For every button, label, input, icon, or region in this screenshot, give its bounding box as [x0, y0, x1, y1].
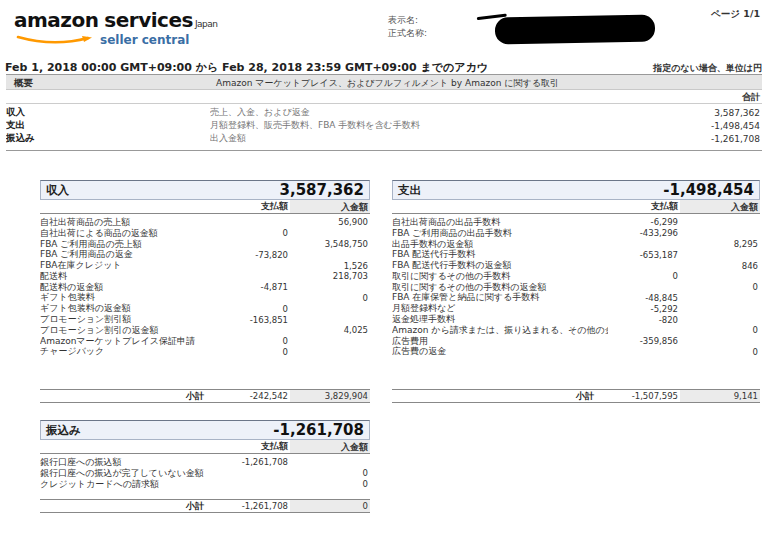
cell-label: クレジットカードへの請求額: [40, 478, 218, 491]
cell-total: -1,261,708: [652, 134, 762, 144]
income-panel: 収入 3,587,362 支払額 入金額 自社出荷商品の売上額56,900自社出…: [40, 180, 370, 410]
income-column-headers: 支払額 入金額: [40, 200, 370, 214]
transfers-subtotal-paid: -1,261,708: [218, 501, 290, 511]
cell-paid: -359,856: [608, 336, 680, 346]
cell-received: 4,025: [290, 325, 370, 335]
logo-region-label: Japan: [195, 19, 218, 29]
transfers-total: -1,261,708: [273, 421, 364, 439]
cell-paid: -820: [608, 315, 680, 325]
cell-label: 収入: [6, 106, 210, 119]
summary-table: 収入売上、入金、および返金3,587,362支出月額登録料、販売手数料、FBA …: [6, 106, 762, 145]
cell-label: 広告費の返金: [392, 345, 608, 358]
cell-received: 3,548,750: [290, 239, 370, 249]
cell-paid: 0: [218, 228, 290, 238]
summary-subtitle: Amazon マーケットプレイス、およびフルフィルメント by Amazon に…: [216, 77, 559, 90]
expenses-title: 支出: [398, 183, 421, 198]
cell-paid: -5,292: [608, 304, 680, 314]
table-row: 振込み出入金額-1,261,708: [6, 132, 762, 145]
transfers-panel-header: 振込み -1,261,708: [40, 420, 370, 440]
cell-paid: -73,820: [218, 250, 290, 260]
income-panel-header: 収入 3,587,362: [40, 180, 370, 200]
table-row: 収入売上、入金、および返金3,587,362: [6, 106, 762, 119]
cell-paid: -48,845: [608, 293, 680, 303]
cell-received: 0: [680, 325, 760, 335]
income-total: 3,587,362: [280, 181, 364, 199]
payments-report-page: amazon servicesJapan seller central 表示名:…: [0, 0, 768, 541]
cell-received: 218,703: [290, 271, 370, 281]
subtotal-label: 小計: [40, 500, 218, 513]
cell-total: 3,587,362: [652, 108, 762, 118]
cell-received: 56,900: [290, 217, 370, 227]
logo-text: amazon servicesJapan: [14, 8, 217, 32]
cell-desc: 月額登録料、販売手数料、FBA 手数料を含む手数料: [210, 119, 652, 132]
cell-received: 0: [680, 347, 760, 357]
summary-header-bar: 概要 Amazon マーケットプレイス、およびフルフィルメント by Amazo…: [6, 74, 762, 90]
transfers-panel: 振込み -1,261,708 支払額 入金額 銀行口座への振込額-1,261,7…: [40, 420, 370, 520]
income-subtotal-paid: -242,542: [218, 391, 290, 401]
cell-label: 振込み: [6, 132, 210, 145]
cell-received: 0: [680, 282, 760, 292]
income-subtotal-received: 3,829,904: [290, 390, 370, 402]
summary-total-column-header: 合計: [6, 91, 762, 104]
expenses-panel: 支出 -1,498,454 支払額 入金額 自社出荷商品の出品手数料-6,299…: [392, 180, 760, 410]
table-row: クレジットカードへの請求額0: [40, 479, 370, 490]
summary-bottom-rule: [6, 150, 762, 151]
table-row: 支出月額登録料、販売手数料、FBA 手数料を含む手数料-1,498,454: [6, 119, 762, 132]
cell-paid: -4,871: [218, 282, 290, 292]
cell-paid: 0: [218, 347, 290, 357]
report-date-range: Feb 1, 2018 00:00 GMT+09:00 から Feb 28, 2…: [5, 60, 488, 75]
paid-column-header: 支払額: [218, 200, 290, 213]
cell-paid: -1,261,708: [218, 457, 290, 467]
paid-column-header: 支払額: [218, 440, 290, 453]
cell-desc: 売上、入金、および返金: [210, 106, 652, 119]
received-column-header: 入金額: [680, 200, 760, 213]
cell-paid: -163,851: [218, 315, 290, 325]
account-name-labels: 表示名: 正式名称:: [388, 14, 427, 40]
transfers-column-headers: 支払額 入金額: [40, 440, 370, 454]
expenses-subtotal-paid: -1,507,595: [608, 391, 680, 401]
transfers-title: 振込み: [46, 423, 81, 438]
official-name-label: 正式名称:: [388, 27, 427, 40]
transfers-table: 銀行口座への振込額-1,261,708銀行口座への振込が完了していない金額0クレ…: [40, 454, 370, 489]
expenses-column-headers: 支払額 入金額: [392, 200, 760, 214]
transfers-subtotal-received: 0: [290, 500, 370, 512]
cell-paid: -653,187: [608, 250, 680, 260]
cell-label: チャージバック: [40, 345, 218, 358]
table-row: チャージバック0: [40, 347, 370, 358]
expenses-table: 自社出荷商品の出品手数料-6,299FBA ご利用商品の出品手数料-433,29…: [392, 214, 760, 357]
cell-received: 846: [680, 261, 760, 271]
page-number: ページ 1/1: [711, 8, 760, 21]
transfers-subtotal-row: 小計 -1,261,708 0: [40, 499, 370, 513]
cell-paid: 0: [218, 336, 290, 346]
cell-paid: 0: [218, 304, 290, 314]
expenses-subtotal-row: 小計 -1,507,595 9,141: [392, 389, 760, 403]
cell-received: 0: [290, 479, 370, 489]
cell-received: 0: [290, 293, 370, 303]
logo-services-word: services: [104, 8, 193, 32]
summary-title: 概要: [14, 77, 33, 90]
cell-received: 1,526: [290, 261, 370, 271]
income-subtotal-row: 小計 -242,542 3,829,904: [40, 389, 370, 403]
expenses-total: -1,498,454: [663, 181, 754, 199]
seller-central-label: seller central: [100, 33, 217, 47]
cell-paid: 0: [608, 271, 680, 281]
cell-total: -1,498,454: [652, 121, 762, 131]
logo-amazon-word: amazon: [14, 8, 98, 32]
cell-received: 0: [290, 468, 370, 478]
cell-received: 8,295: [680, 239, 760, 249]
display-name-label: 表示名:: [388, 14, 427, 27]
received-column-header: 入金額: [290, 200, 370, 213]
paid-column-header: 支払額: [608, 200, 680, 213]
subtotal-label: 小計: [40, 390, 218, 403]
cell-label: 支出: [6, 119, 210, 132]
amazon-services-logo: amazon servicesJapan seller central: [14, 8, 217, 47]
redacted-account-name: [495, 15, 655, 45]
subtotal-label: 小計: [392, 390, 608, 403]
table-row: 広告費の返金0: [392, 347, 760, 358]
received-column-header: 入金額: [290, 440, 370, 453]
amazon-smile-icon: [16, 30, 96, 49]
income-title: 収入: [46, 183, 69, 198]
cell-paid: -6,299: [608, 217, 680, 227]
expenses-panel-header: 支出 -1,498,454: [392, 180, 760, 200]
expenses-subtotal-received: 9,141: [680, 390, 760, 402]
